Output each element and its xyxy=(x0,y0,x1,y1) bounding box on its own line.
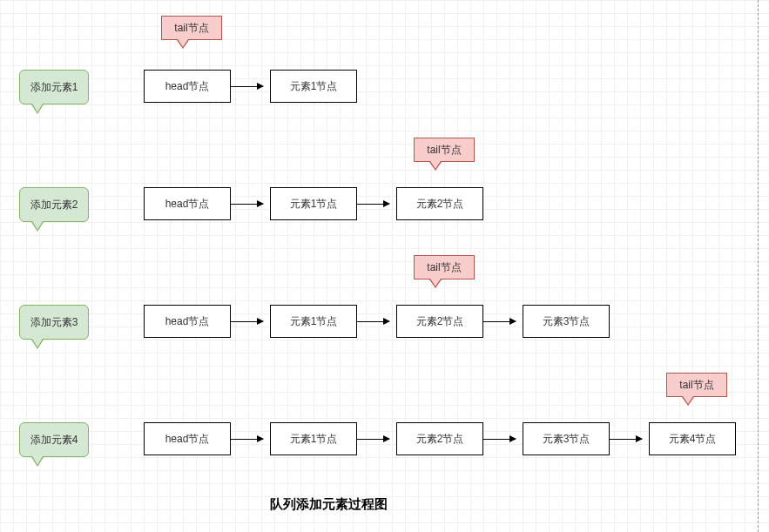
step-bubble-1: 添加元素1 xyxy=(19,70,89,104)
node-elem1-row3: 元素1节点 xyxy=(270,305,357,338)
node-label: 元素1节点 xyxy=(290,197,338,212)
node-label: 元素2节点 xyxy=(416,432,464,447)
node-elem3-row3: 元素3节点 xyxy=(523,305,610,338)
tail-label: tail节点 xyxy=(679,378,713,393)
node-elem4-row4: 元素4节点 xyxy=(649,422,736,455)
node-label: 元素3节点 xyxy=(543,314,590,329)
node-label: head节点 xyxy=(165,79,210,94)
tail-callout-row4: tail节点 xyxy=(666,373,727,397)
node-elem1-row2: 元素1节点 xyxy=(270,187,357,220)
tail-label: tail节点 xyxy=(174,21,208,36)
tail-callout-row1: tail节点 xyxy=(161,16,222,40)
tail-callout-row2: tail节点 xyxy=(414,138,475,162)
node-head-row3: head节点 xyxy=(144,305,231,338)
arrow-icon xyxy=(357,439,389,440)
node-head-row4: head节点 xyxy=(144,422,231,455)
node-label: head节点 xyxy=(165,314,210,329)
tail-label: tail节点 xyxy=(427,260,461,275)
ruler-guide-right xyxy=(758,0,759,532)
arrow-icon xyxy=(231,204,263,205)
node-label: 元素4节点 xyxy=(669,432,717,447)
arrow-icon xyxy=(231,86,263,87)
step-label: 添加元素1 xyxy=(30,80,78,95)
node-head-row2: head节点 xyxy=(144,187,231,220)
arrow-icon xyxy=(231,321,263,322)
diagram-title: 队列添加元素过程图 xyxy=(270,496,388,513)
step-label: 添加元素3 xyxy=(30,315,78,330)
node-elem3-row4: 元素3节点 xyxy=(523,422,610,455)
tail-label: tail节点 xyxy=(427,143,461,158)
node-label: head节点 xyxy=(165,432,210,447)
arrow-icon xyxy=(231,439,263,440)
node-elem1-row4: 元素1节点 xyxy=(270,422,357,455)
step-bubble-4: 添加元素4 xyxy=(19,422,89,457)
node-head-row1: head节点 xyxy=(144,70,231,103)
node-label: 元素3节点 xyxy=(543,432,590,447)
node-label: 元素2节点 xyxy=(416,197,464,212)
arrow-icon xyxy=(357,204,389,205)
step-label: 添加元素2 xyxy=(30,198,78,212)
node-label: 元素1节点 xyxy=(290,79,338,94)
node-label: 元素1节点 xyxy=(290,432,338,447)
arrow-icon xyxy=(483,321,516,322)
node-label: 元素2节点 xyxy=(416,314,464,329)
arrow-icon xyxy=(357,321,389,322)
node-label: 元素1节点 xyxy=(290,314,338,329)
tail-callout-row3: tail节点 xyxy=(414,255,475,279)
node-elem2-row4: 元素2节点 xyxy=(396,422,483,455)
step-label: 添加元素4 xyxy=(30,433,78,448)
step-bubble-2: 添加元素2 xyxy=(19,187,89,222)
node-elem2-row2: 元素2节点 xyxy=(396,187,483,220)
node-label: head节点 xyxy=(165,197,210,212)
node-elem2-row3: 元素2节点 xyxy=(396,305,483,338)
step-bubble-3: 添加元素3 xyxy=(19,305,89,340)
arrow-icon xyxy=(610,439,642,440)
arrow-icon xyxy=(483,439,516,440)
node-elem1-row1: 元素1节点 xyxy=(270,70,357,103)
